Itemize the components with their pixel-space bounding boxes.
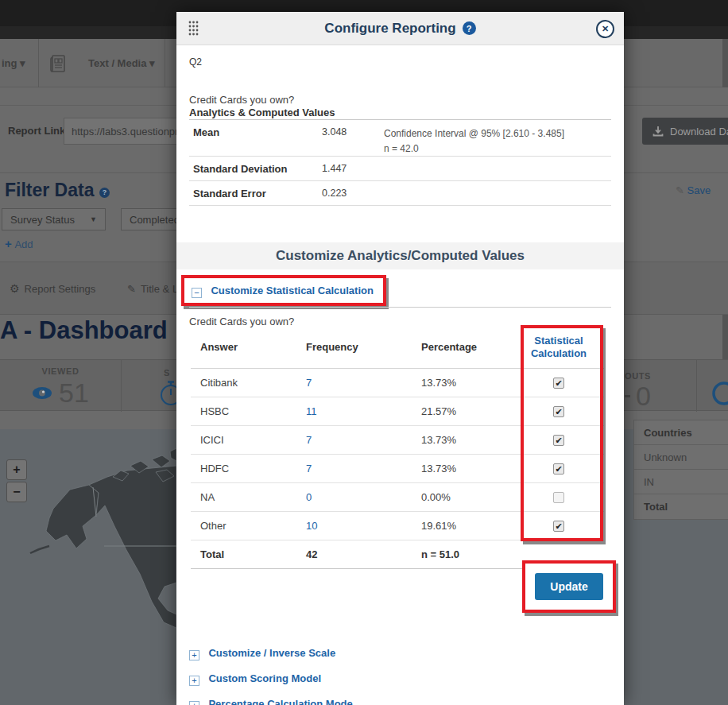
- toolbar-tab-truncated-label: ing ▾: [2, 57, 25, 69]
- link-label: Percentage Calculation Mode: [208, 698, 352, 705]
- toolbar-divider: [38, 39, 39, 87]
- report-link-label: Report Link: [8, 125, 65, 137]
- link-percentage-calculation-mode[interactable]: + Percentage Calculation Mode: [189, 696, 353, 705]
- analytics-heading: Analytics & Computed Values: [189, 107, 335, 118]
- col-stat-line1: Statistical: [534, 335, 583, 347]
- expand-icon[interactable]: +: [189, 650, 199, 660]
- expand-icon[interactable]: +: [189, 676, 199, 686]
- stat-calc-checkbox[interactable]: ✔: [553, 521, 564, 532]
- col-stat-line2: Calculation: [531, 347, 587, 359]
- toolbar-tab-text-media[interactable]: Text / Media ▾: [49, 39, 155, 87]
- answer-cell: HSBC: [191, 397, 296, 425]
- filter-help-icon[interactable]: ?: [99, 188, 110, 198]
- text-media-icon: [49, 53, 67, 74]
- annotation-box-stat-calc: − Customize Statistical Calculation: [181, 275, 386, 306]
- outs-label: OUTS: [625, 371, 651, 381]
- tab-title-logo[interactable]: ✎ Title & L: [127, 262, 178, 315]
- stat-calc-checkbox[interactable]: ✔: [553, 378, 564, 389]
- countries-panel: Countries Unknown IN Total: [633, 420, 728, 520]
- percentage-cell: 13.73%: [412, 425, 513, 454]
- collapse-icon[interactable]: −: [192, 288, 202, 298]
- help-icon[interactable]: ?: [463, 21, 476, 35]
- drag-handle-icon[interactable]: [188, 21, 199, 37]
- tab-report-settings[interactable]: ⚙ Report Settings: [10, 262, 95, 315]
- percentage-cell: 13.73%: [412, 368, 513, 397]
- analytics-note: Confidence Interval @ 95% [2.610 - 3.485…: [384, 126, 611, 156]
- toolbar-tab-truncated[interactable]: ing ▾: [2, 39, 25, 87]
- frequency-link[interactable]: 10: [296, 511, 412, 540]
- map-zoom-out-button[interactable]: −: [6, 482, 27, 502]
- link-customize-inverse-scale[interactable]: + Customize / Inverse Scale: [189, 645, 353, 660]
- customize-stat-calc-label: Customize Statistical Calculation: [211, 285, 373, 296]
- stat-calc-checkbox[interactable]: ✔: [553, 463, 564, 475]
- stat-viewed: VIEWED 51: [0, 366, 121, 409]
- analytics-label: Standard Error: [193, 188, 322, 205]
- outs-value: 0: [636, 381, 651, 412]
- answer-cell: HDFC: [191, 454, 296, 482]
- annotation-box-update: Update: [522, 560, 616, 613]
- modal-header: Configure Reporting ? ✕: [176, 12, 624, 45]
- col-answer: Answer: [191, 327, 296, 368]
- configure-reporting-modal: Configure Reporting ? ✕ Q2 Credit Cards …: [176, 12, 624, 705]
- screen: ing ▾ Text / Media ▾ Report Link Dow: [0, 0, 728, 705]
- completed-dropdown[interactable]: Completed: [121, 208, 176, 230]
- pencil-icon: ✎: [676, 184, 684, 196]
- total-frequency: 42: [296, 540, 412, 568]
- statistical-calculation-table: Answer Frequency Percentage Statistical …: [191, 327, 604, 569]
- analytics-row-mean: Mean 3.048 Confidence Interval @ 95% [2.…: [189, 120, 611, 157]
- sample-size: n = 42.0: [384, 143, 419, 154]
- add-filter-button[interactable]: + Add: [5, 237, 33, 250]
- gear-icon: ⚙: [10, 282, 20, 295]
- question-text: Credit Cards you own?: [189, 94, 294, 106]
- frequency-link[interactable]: 7: [296, 368, 412, 397]
- link-label: Custom Scoring Model: [208, 672, 321, 684]
- table-row: HSBC 11 21.57% ✔: [191, 397, 604, 425]
- answer-cell: Citibank: [191, 368, 296, 397]
- answer-cell: ICICI: [191, 425, 296, 454]
- percentage-cell: 21.57%: [412, 397, 513, 425]
- viewed-label: VIEWED: [0, 366, 121, 376]
- analytics-value: 3.048: [322, 126, 384, 156]
- stat-calc-checkbox[interactable]: ✔: [553, 435, 564, 446]
- country-row: Unknown: [634, 445, 728, 470]
- update-button[interactable]: Update: [535, 573, 602, 600]
- customize-stat-calc-toggle[interactable]: − Customize Statistical Calculation: [192, 283, 374, 296]
- survey-status-value: Survey Status: [10, 214, 75, 226]
- plus-icon: +: [5, 237, 12, 250]
- countries-total-row: Total: [634, 494, 728, 519]
- link-custom-scoring-model[interactable]: + Custom Scoring Model: [189, 671, 353, 686]
- text-media-label: Text / Media ▾: [88, 57, 155, 69]
- save-report-link[interactable]: ✎ Save: [676, 184, 711, 196]
- expand-icon[interactable]: +: [189, 701, 199, 705]
- customize-section-heading: Customize Analytics/Computed Values: [176, 242, 624, 269]
- link-label: Customize / Inverse Scale: [208, 647, 335, 659]
- close-icon[interactable]: ✕: [596, 20, 614, 38]
- save-report-label: Save: [687, 184, 711, 196]
- table-row: ICICI 7 13.73% ✔: [191, 425, 604, 454]
- total-n: n = 51.0: [412, 540, 513, 568]
- table-row: NA 0 0.00% ✔: [191, 482, 604, 511]
- question-code: Q2: [189, 56, 202, 68]
- stat-divider: [696, 360, 697, 412]
- frequency-link[interactable]: 0: [296, 482, 412, 511]
- country-row: IN: [634, 470, 728, 494]
- stat-calc-checkbox[interactable]: ✔: [553, 492, 564, 503]
- map-zoom-in-button[interactable]: +: [6, 459, 27, 480]
- customize-links: + Customize / Inverse Scale + Custom Sco…: [189, 645, 353, 705]
- frequency-link[interactable]: 7: [296, 425, 412, 454]
- table-row: HDFC 7 13.73% ✔: [191, 454, 604, 482]
- pencil-square-icon: ✎: [127, 283, 136, 295]
- survey-status-dropdown[interactable]: Survey Status ▼: [2, 208, 106, 230]
- download-data-button[interactable]: Download Da: [642, 118, 728, 145]
- total-label: Total: [191, 540, 296, 568]
- stat-divider: [121, 360, 122, 412]
- frequency-link[interactable]: 7: [296, 454, 412, 482]
- viewed-value: 51: [59, 378, 89, 409]
- countries-header: Countries: [634, 420, 728, 445]
- cut-icon-fragment: [625, 395, 630, 397]
- divider: [189, 307, 611, 308]
- eye-icon: [32, 386, 52, 400]
- stat-calc-checkbox[interactable]: ✔: [553, 406, 564, 417]
- table-header-row: Answer Frequency Percentage Statistical …: [191, 327, 604, 368]
- frequency-link[interactable]: 11: [296, 397, 412, 425]
